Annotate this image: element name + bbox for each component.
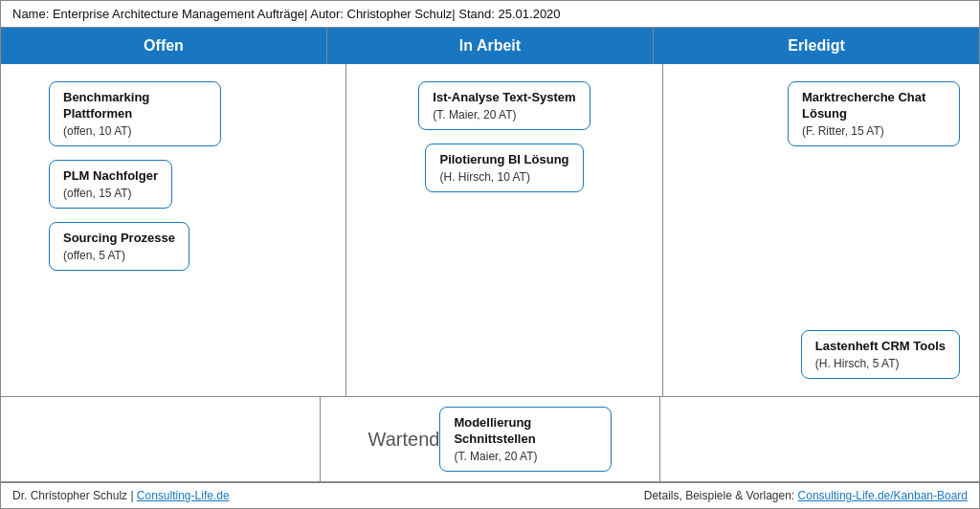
col-header-inarbeit: In Arbeit	[327, 28, 654, 64]
card-erledigt-top-0-sub: (F. Ritter, 15 AT)	[802, 124, 946, 138]
footer: Dr. Christopher Schulz | Consulting-Life…	[1, 482, 979, 508]
footer-left-text: Dr. Christopher Schulz |	[12, 489, 137, 502]
meta-header: Name: Enterprise Architecture Management…	[1, 1, 979, 28]
footer-right-link[interactable]: Consulting-Life.de/Kanban-Board	[798, 489, 968, 502]
card-offen-1: PLM Nachfolger (offen, 15 AT)	[49, 160, 172, 209]
column-inarbeit: Ist-Analyse Text-System (T. Maier, 20 AT…	[346, 64, 663, 396]
card-inarbeit-1: Pilotierung BI Lösung (H. Hirsch, 10 AT)	[425, 144, 583, 192]
card-offen-2: Sourcing Prozesse (offen, 5 AT)	[49, 222, 189, 271]
card-erledigt-bottom-0: Lastenheft CRM Tools (H. Hirsch, 5 AT)	[801, 330, 960, 379]
card-inarbeit-1-title: Pilotierung BI Lösung	[439, 152, 568, 168]
col-header-erledigt: Erledigt	[654, 28, 979, 64]
card-offen-0-sub: (offen, 10 AT)	[63, 124, 207, 138]
card-erledigt-bottom-0-title: Lastenheft CRM Tools	[815, 339, 946, 355]
meta-header-text: Name: Enterprise Architecture Management…	[12, 7, 561, 21]
card-offen-2-sub: (offen, 5 AT)	[63, 249, 175, 262]
main-area: Benchmarking Plattformen (offen, 10 AT) …	[1, 64, 979, 397]
card-offen-1-title: PLM Nachfolger	[63, 168, 158, 185]
columns-header: Offen In Arbeit Erledigt	[1, 28, 979, 64]
column-offen: Benchmarking Plattformen (offen, 10 AT) …	[1, 64, 346, 396]
card-erledigt-top-0-title: Marktrecherche Chat Lösung	[802, 90, 946, 122]
waiting-row: Wartend Modellierung Schnittstellen (T. …	[1, 397, 979, 482]
waiting-label: Wartend	[368, 429, 440, 451]
card-erledigt-top-0: Marktrecherche Chat Lösung (F. Ritter, 1…	[788, 81, 960, 146]
card-erledigt-bottom-0-sub: (H. Hirsch, 5 AT)	[815, 357, 946, 370]
waiting-card-sub: (T. Maier, 20 AT)	[454, 450, 597, 463]
footer-right: Details, Beispiele & Vorlagen: Consultin…	[644, 489, 968, 502]
card-inarbeit-0: Ist-Analyse Text-System (T. Maier, 20 AT…	[418, 81, 590, 130]
footer-left: Dr. Christopher Schulz | Consulting-Life…	[12, 489, 230, 502]
waiting-card-title: Modellierung Schnittstellen	[454, 415, 597, 448]
card-inarbeit-1-sub: (H. Hirsch, 10 AT)	[439, 170, 568, 184]
footer-left-link[interactable]: Consulting-Life.de	[137, 489, 230, 502]
card-offen-0: Benchmarking Plattformen (offen, 10 AT)	[49, 81, 221, 146]
card-inarbeit-0-sub: (T. Maier, 20 AT)	[433, 108, 575, 122]
waiting-left-spacer	[1, 397, 321, 481]
waiting-card: Modellierung Schnittstellen (T. Maier, 2…	[439, 407, 612, 472]
card-offen-1-sub: (offen, 15 AT)	[63, 187, 158, 200]
footer-right-text: Details, Beispiele & Vorlagen:	[644, 489, 798, 502]
card-offen-2-title: Sourcing Prozesse	[63, 231, 175, 247]
waiting-center: Wartend Modellierung Schnittstellen (T. …	[321, 397, 659, 481]
col-header-offen: Offen	[1, 28, 327, 64]
card-offen-0-title: Benchmarking Plattformen	[63, 90, 207, 122]
card-inarbeit-0-title: Ist-Analyse Text-System	[433, 90, 575, 106]
column-erledigt: Marktrecherche Chat Lösung (F. Ritter, 1…	[663, 64, 979, 396]
waiting-right-spacer	[660, 397, 979, 481]
